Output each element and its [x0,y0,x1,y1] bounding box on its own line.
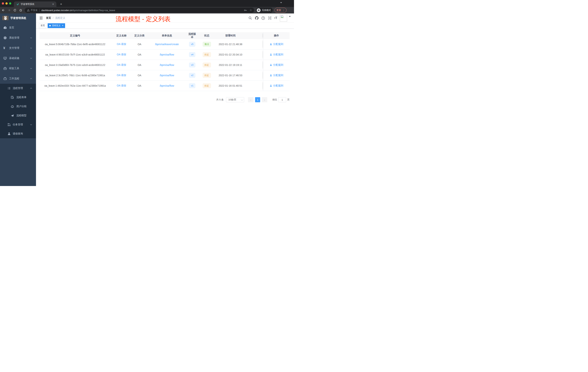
table-row: oa_leave:5:004b710b-7b8a-11ec-8ef0-acde4… [40,39,290,50]
sidebar-item-user-group[interactable]: 用户分组 [0,102,36,111]
broken-image-icon [281,15,284,18]
window-close-button[interactable] [2,2,4,5]
definition-id: oa_leave:5:004b710b-7b8a-11ec-8ef0-acde4… [40,39,111,49]
window-minimize-button[interactable] [5,2,8,5]
sidebar-item-task-management[interactable]: 任务管理 [0,120,36,129]
form-link[interactable]: /bpm/oa/flow [160,53,174,56]
assign-rule-link[interactable]: 分配规则 [270,53,283,56]
table-row: oa_leave:3:1fad3d93-7b75-11ec-a3c8-acde4… [40,60,290,70]
help-icon[interactable]: ? [261,16,265,20]
chrome-update-button[interactable]: 更新 ⋮ [274,8,286,13]
reload-icon[interactable] [12,8,17,13]
bookmark-star-icon[interactable]: ☆ [250,9,252,12]
sidebar-item-system[interactable]: 系统管理 [0,33,36,43]
assign-rule-link[interactable]: 分配规则 [270,43,283,46]
assign-rule-link[interactable]: 分配规则 [270,74,283,77]
app-title: 芋道管理系统 [10,16,26,20]
user-icon [270,85,272,87]
select-caret-icon [241,98,243,101]
back-icon[interactable] [1,8,6,13]
password-key-icon[interactable] [244,9,247,12]
page-size-select[interactable]: 10条/页 [226,97,244,102]
sidebar-item-home[interactable]: 首页 [0,22,36,33]
list-icon [7,87,11,90]
tag-process-definition[interactable]: 流程定义 ✕ [48,23,65,28]
incognito-icon [257,8,261,12]
sidebar-item-infrastructure[interactable]: 基础设施 [0,53,36,63]
goto-page-input[interactable] [278,97,286,102]
definition-name-link[interactable]: OA 请假 [117,43,126,46]
assign-rule-link[interactable]: 分配规则 [270,84,283,87]
fullscreen-icon[interactable] [268,16,272,20]
update-label[interactable]: 更新 [276,9,281,12]
deploy-time: 2022-01-16 17:46:53 [216,70,244,80]
sidebar-item-payment[interactable]: ¥ 支付管理 [0,43,36,53]
gear-icon [3,36,7,40]
home-icon[interactable] [18,8,23,13]
sidebar-item-process-form[interactable]: 流程表单 [0,93,36,102]
status-badge: 挂起 [203,83,211,88]
column-header-form-info: 表单信息 [147,32,187,39]
not-secure-label[interactable]: 不安全 [31,9,38,12]
browser-tab[interactable]: 芋道管理系统 ✕ [14,1,56,7]
window-zoom-button[interactable] [9,2,11,5]
tab-close-icon[interactable]: ✕ [52,3,54,6]
sidebar-collapse-icon[interactable] [39,16,43,20]
form-link[interactable]: /bpm/oa/flow [160,74,174,77]
column-header-version: 流程版本 [187,32,197,39]
assign-rule-link[interactable]: 分配规则 [270,63,283,67]
form-link[interactable]: /bpm/oa/flow [160,64,174,66]
status-badge: 激活 [203,42,211,47]
search-icon[interactable] [248,16,252,20]
flow-icon [7,123,11,127]
chevron-down-icon [30,57,32,59]
column-header-deploy-time: 部署时间 [216,32,244,39]
url-path: /bpm/manager/definition?key=oa_leave [72,9,115,12]
page-number-button[interactable]: 1 [255,97,260,102]
logo-rabbit-image [2,16,9,20]
tag-close-icon[interactable]: ✕ [62,25,63,27]
sidebar-item-workflow[interactable]: 工作流程 [0,74,36,84]
sidebar-item-process-management[interactable]: 流程管理 [0,84,36,93]
form-link[interactable]: /bpm/oa/flow [160,84,174,87]
column-header-actions: 操作 [263,32,290,39]
deploy-time: 2022-01-16 01:40:51 [216,81,244,91]
robot-icon [10,105,14,108]
tab-search-chevron-icon[interactable] [280,2,282,3]
sidebar-item-leave-query[interactable]: 请假查询 [0,129,36,138]
goto-label: 前往 [272,98,277,101]
browser-tab-title: 芋道管理系统 [21,3,52,6]
prev-page-button[interactable]: ‹ [248,97,253,102]
definition-name-link[interactable]: OA 请假 [117,63,126,67]
incognito-label: 无痕模式 [262,9,271,12]
definition-id: oa_leave:1:482ec033-762a-11ec-8477-a2380… [40,81,111,91]
url-bar[interactable]: 不安全 dashboard.yudao.iocoder.cn/bpm/manag… [25,8,254,13]
breadcrumb-current: 流程定义 [55,16,65,20]
definition-category: OA [132,50,147,60]
version-badge: v5 [189,42,195,47]
new-tab-button[interactable]: + [59,2,64,7]
sidebar-logo[interactable]: 芋道管理系统 [0,13,36,22]
chevron-up-icon [30,87,32,89]
breadcrumb-home[interactable]: 首页 [46,16,51,20]
definition-name-link[interactable]: OA 请假 [117,74,126,77]
definition-name-link[interactable]: OA 请假 [117,53,126,56]
form-link[interactable]: /bpm/oa/leave/create [155,43,179,46]
sidebar-submenu-workflow: 流程管理 流程表单 用户分组 流程模型 任 [0,84,36,138]
monitor-icon [3,56,7,60]
browser-menu-dots-icon[interactable]: ⋮ [282,9,285,12]
avatar[interactable] [280,14,287,22]
status-badge: 挂起 [203,73,211,78]
sidebar-item-process-model[interactable]: 流程模型 [0,111,36,120]
definition-name-link[interactable]: OA 请假 [117,84,126,87]
github-icon[interactable] [254,16,259,20]
tag-home[interactable]: 首页 [39,23,47,28]
sidebar-item-devtools[interactable]: 研发工具 [0,63,36,74]
definition-category: OA [132,81,147,91]
next-page-button[interactable]: › [262,97,267,102]
font-size-icon[interactable]: TT [274,16,277,20]
form-icon [10,96,14,99]
avatar-dropdown-caret-icon[interactable] [289,16,291,17]
breadcrumb-separator: / [53,17,53,20]
forward-icon[interactable] [7,8,12,13]
